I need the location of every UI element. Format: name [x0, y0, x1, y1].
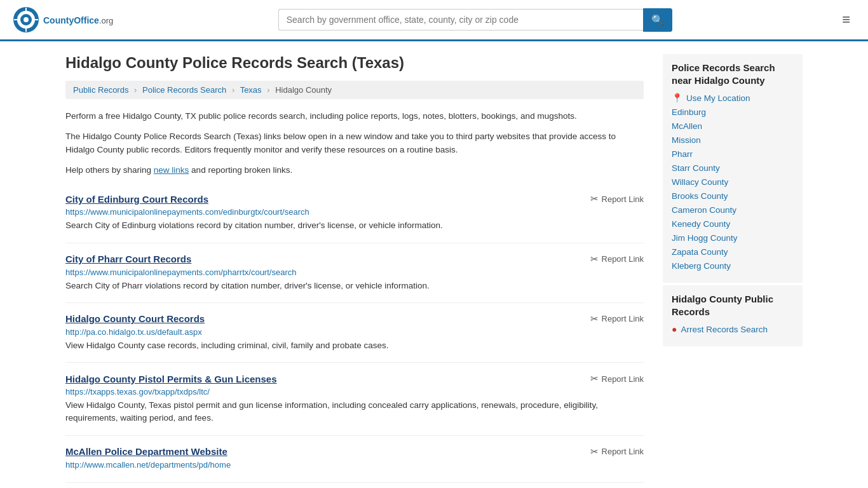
search-button[interactable]: 🔍	[643, 8, 672, 32]
page-title: Hidalgo County Police Records Search (Te…	[65, 54, 644, 72]
sidebar-nearby-link[interactable]: Edinburg	[672, 107, 706, 117]
sidebar-nearby-link[interactable]: Mission	[672, 135, 701, 145]
sidebar-nearby-item: Zapata County	[672, 247, 794, 257]
desc3-pre: Help others by sharing	[65, 165, 154, 175]
result-title: McAllen Police Department Website	[65, 446, 227, 457]
description-2: The Hidalgo County Police Records Search…	[65, 130, 644, 157]
result-url-link[interactable]: https://www.municipalonlinepayments.com/…	[65, 207, 309, 217]
logo[interactable]: CountyOffice.org	[13, 6, 113, 33]
result-title-link[interactable]: McAllen Police Department Website	[65, 446, 227, 457]
breadcrumb-sep-3: ›	[267, 85, 269, 95]
result-title-link[interactable]: City of Pharr Court Records	[65, 254, 191, 264]
result-header: McAllen Police Department Website ✂ Repo…	[65, 446, 644, 458]
result-item: Hidalgo County Court Records ✂ Report Li…	[65, 303, 644, 363]
sidebar: Police Records Search near Hidalgo Count…	[663, 54, 803, 483]
sidebar-nearby-item: Mission	[672, 135, 794, 145]
result-item: City of Pharr Court Records ✂ Report Lin…	[65, 243, 644, 303]
result-url-link[interactable]: http://pa.co.hidalgo.tx.us/default.aspx	[65, 327, 202, 337]
main-container: Hidalgo County Police Records Search (Te…	[53, 41, 815, 488]
sidebar-nearby-link[interactable]: Willacy County	[672, 177, 728, 187]
description-3: Help others by sharing new links and rep…	[65, 163, 644, 177]
sidebar-links-container: EdinburgMcAllenMissionPharrStarr CountyW…	[672, 107, 794, 271]
breadcrumb-public-records[interactable]: Public Records	[73, 85, 128, 95]
sidebar-nearby-item: McAllen	[672, 121, 794, 131]
result-item: McAllen Police Department Website ✂ Repo…	[65, 436, 644, 483]
report-link-label: Report Link	[602, 254, 644, 264]
search-input[interactable]	[278, 9, 643, 30]
content-area: Hidalgo County Police Records Search (Te…	[65, 54, 644, 483]
result-url: http://www.mcallen.net/departments/pd/ho…	[65, 460, 644, 470]
report-link-label: Report Link	[602, 314, 644, 323]
result-title-link[interactable]: Hidalgo County Pistol Permits & Gun Lice…	[65, 374, 277, 384]
result-url-link[interactable]: https://txapps.texas.gov/txapp/txdps/ltc…	[65, 387, 210, 396]
result-url-link[interactable]: http://www.mcallen.net/departments/pd/ho…	[65, 460, 231, 470]
use-my-location-link[interactable]: Use My Location	[686, 93, 750, 103]
description-1: Perform a free Hidalgo County, TX public…	[65, 109, 644, 123]
sidebar-public-record-item: ●Arrest Records Search	[672, 324, 794, 334]
logo-suffix: .org	[99, 16, 113, 25]
breadcrumb-sep-2: ›	[232, 85, 234, 95]
report-link-label: Report Link	[602, 374, 644, 384]
sidebar-nearby-link[interactable]: Kleberg County	[672, 261, 731, 271]
menu-button[interactable]: ≡	[837, 9, 855, 30]
breadcrumb-police-records-search[interactable]: Police Records Search	[142, 85, 226, 95]
dot-icon: ●	[672, 324, 677, 334]
result-title: Hidalgo County Pistol Permits & Gun Lice…	[65, 374, 277, 384]
sidebar-nearby-link[interactable]: Jim Hogg County	[672, 233, 738, 243]
result-title-link[interactable]: Hidalgo County Court Records	[65, 313, 205, 324]
report-link[interactable]: ✂ Report Link	[590, 373, 644, 384]
result-header: Hidalgo County Pistol Permits & Gun Lice…	[65, 373, 644, 384]
report-link[interactable]: ✂ Report Link	[590, 193, 644, 205]
result-url: http://pa.co.hidalgo.tx.us/default.aspx	[65, 327, 644, 337]
sidebar-nearby-link[interactable]: Brooks County	[672, 191, 728, 201]
search-icon: 🔍	[651, 15, 664, 25]
logo-name: CountyOffice.org	[43, 13, 113, 26]
search-area: 🔍	[278, 8, 672, 32]
sidebar-use-location[interactable]: 📍 Use My Location	[672, 93, 794, 103]
sidebar-nearby-item: Jim Hogg County	[672, 233, 794, 243]
sidebar-public-record-link[interactable]: Arrest Records Search	[681, 325, 768, 334]
result-url-link[interactable]: https://www.municipalonlinepayments.com/…	[65, 268, 296, 277]
location-icon: 📍	[672, 93, 682, 103]
result-url: https://txapps.texas.gov/txapp/txdps/ltc…	[65, 387, 644, 396]
sidebar-nearby-link[interactable]: Cameron County	[672, 205, 736, 215]
result-header: City of Edinburg Court Records ✂ Report …	[65, 193, 644, 205]
sidebar-section-nearby: Police Records Search near Hidalgo Count…	[663, 54, 803, 283]
sidebar-nearby-item: Cameron County	[672, 205, 794, 215]
sidebar-nearby-link[interactable]: Pharr	[672, 149, 693, 159]
report-link[interactable]: ✂ Report Link	[590, 446, 644, 458]
result-title: City of Edinburg Court Records	[65, 194, 208, 205]
result-desc: View Hidalgo County, Texas pistol permit…	[65, 399, 644, 425]
sidebar-nearby-link[interactable]: Kenedy County	[672, 219, 730, 229]
report-link[interactable]: ✂ Report Link	[590, 313, 644, 325]
report-link-label: Report Link	[602, 447, 644, 456]
sidebar-nearby-item: Starr County	[672, 163, 794, 173]
sidebar-public-records-container: ●Arrest Records Search	[672, 324, 794, 334]
breadcrumb-hidalgo-county: Hidalgo County	[275, 85, 332, 95]
logo-icon	[13, 6, 39, 33]
scissors-icon: ✂	[590, 254, 599, 265]
scissors-icon: ✂	[590, 313, 599, 325]
site-header: CountyOffice.org 🔍 ≡	[0, 0, 868, 41]
report-link[interactable]: ✂ Report Link	[590, 254, 644, 265]
new-links-link[interactable]: new links	[154, 165, 189, 175]
result-desc: View Hidalgo County case records, includ…	[65, 339, 644, 352]
svg-point-3	[24, 17, 29, 22]
sidebar-nearby-item: Pharr	[672, 149, 794, 159]
scissors-icon: ✂	[590, 193, 599, 205]
result-url: https://www.municipalonlinepayments.com/…	[65, 268, 644, 277]
result-title-link[interactable]: City of Edinburg Court Records	[65, 194, 208, 205]
sidebar-nearby-link[interactable]: Starr County	[672, 163, 720, 173]
result-title: Hidalgo County Court Records	[65, 313, 205, 324]
desc3-post: and reporting broken links.	[189, 165, 292, 175]
sidebar-section-public-records: Hidalgo County Public Records ●Arrest Re…	[663, 285, 803, 346]
result-header: Hidalgo County Court Records ✂ Report Li…	[65, 313, 644, 325]
sidebar-nearby-link[interactable]: Zapata County	[672, 247, 728, 257]
sidebar-nearby-item: Edinburg	[672, 107, 794, 117]
breadcrumb-texas[interactable]: Texas	[240, 85, 262, 95]
hamburger-icon: ≡	[842, 11, 850, 27]
result-header: City of Pharr Court Records ✂ Report Lin…	[65, 254, 644, 265]
sidebar-nearby-link[interactable]: McAllen	[672, 121, 702, 131]
scissors-icon: ✂	[590, 373, 599, 384]
sidebar-public-records-title: Hidalgo County Public Records	[672, 293, 794, 318]
